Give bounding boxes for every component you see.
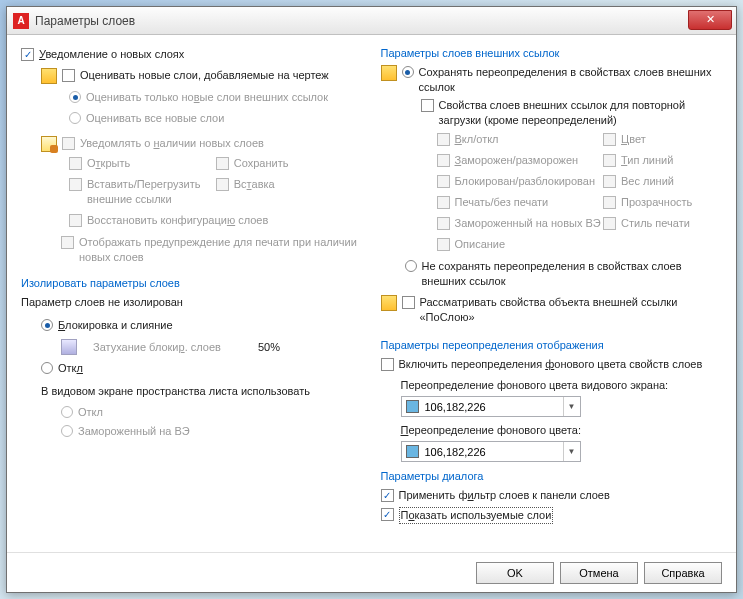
linetype-cb <box>603 154 616 167</box>
eval-xref-label: Оценивать только новые слои внешних ссыл… <box>86 90 328 105</box>
layer-settings-dialog: A Параметры слоев ✕ Уведомление о новых … <box>6 6 737 593</box>
reload-props-checkbox[interactable] <box>421 99 434 112</box>
apply-filter-checkbox[interactable] <box>381 489 394 502</box>
onoff-cb <box>437 133 450 146</box>
frozen-new-label: Замороженный на новых ВЭ <box>455 216 601 231</box>
insert-checkbox <box>216 178 229 191</box>
titlebar: A Параметры слоев ✕ <box>7 7 736 35</box>
color-cb <box>603 133 616 146</box>
save-checkbox <box>216 157 229 170</box>
open-label: Открыть <box>87 156 130 171</box>
save-override-label: Сохранять переопределения в свойствах сл… <box>419 65 723 95</box>
xref-icon <box>381 65 397 81</box>
bylayer-icon <box>381 295 397 311</box>
notify-new-layers-label: Уведомление о новых слоях <box>39 47 184 62</box>
desc-cb <box>437 238 450 251</box>
lineweight-label: Вес линий <box>621 174 674 189</box>
restore-config-checkbox <box>69 214 82 227</box>
frozen-vp-label: Замороженный на ВЭ <box>78 424 190 439</box>
show-used-label: Показать используемые слои <box>399 507 554 524</box>
print-warn-label: Отображать предупреждение для печати при… <box>79 235 363 265</box>
notify-presence-checkbox <box>62 137 75 150</box>
xref-section-title: Параметры слоев внешних ссылок <box>381 47 723 59</box>
eval-all-label: Оценивать все новые слои <box>86 111 224 126</box>
show-used-checkbox[interactable] <box>381 508 394 521</box>
eval-all-radio <box>69 112 81 124</box>
lock-merge-label: Блокировка и слияние <box>58 318 173 333</box>
linetype-label: Тип линий <box>621 153 673 168</box>
dialog-body: Уведомление о новых слоях document.curre… <box>7 35 736 552</box>
color-label: Цвет <box>621 132 646 147</box>
vp-color-swatch <box>406 400 419 413</box>
locked-cb <box>437 175 450 188</box>
paperspace-label: В видовом экране пространства листа испо… <box>41 384 310 399</box>
plot-label: Печать/без печати <box>455 195 549 210</box>
override-disp-title: Параметры переопределения отображения <box>381 339 723 351</box>
ok-button[interactable]: OK <box>476 562 554 584</box>
reload-props-label: Свойства слоев внешних ссылок для повтор… <box>439 98 723 128</box>
notify-presence-label: Уведомлять о наличии новых слоев <box>80 136 264 151</box>
insert-reload-label: Вставить/Перегрузить внешние ссылки <box>87 177 216 207</box>
insert-label: Вставка <box>234 177 275 192</box>
frozen-vp-radio <box>61 425 73 437</box>
not-isolated-label: Параметр слоев не изолирован <box>21 295 183 310</box>
left-column: Уведомление о новых слоях document.curre… <box>21 47 363 548</box>
apply-filter-label: Применить фильтр слоев к панели слоев <box>399 488 610 503</box>
treat-bylayer-label: Рассматривать свойства объекта внешней с… <box>420 295 723 325</box>
vp-color-header: Переопределение фонового цвета видового … <box>401 378 669 393</box>
save-label: Сохранить <box>234 156 289 171</box>
no-save-override-label: Не сохранять переопределения в свойствах… <box>422 259 723 289</box>
plotstyle-cb <box>603 217 616 230</box>
vp-color-combo[interactable]: 106,182,226 ▼ <box>401 396 581 417</box>
right-column: Параметры слоев внешних ссылок Сохранять… <box>381 47 723 548</box>
enable-bg-override-checkbox[interactable] <box>381 358 394 371</box>
chevron-down-icon: ▼ <box>563 442 580 461</box>
print-warn-checkbox <box>61 236 74 249</box>
evaluate-layers-checkbox[interactable] <box>62 69 75 82</box>
restore-config-label: Восстановить конфигурацию слоев <box>87 213 268 228</box>
dialog-footer: OK Отмена Справка <box>7 552 736 592</box>
off-radio[interactable] <box>41 362 53 374</box>
locked-label: Блокирован/разблокирован <box>455 174 596 189</box>
onoff-label: Вкл/откл <box>455 132 499 147</box>
xref-color-combo[interactable]: 106,182,226 ▼ <box>401 441 581 462</box>
fade-pct: 50% <box>258 340 280 355</box>
plotstyle-label: Стиль печати <box>621 216 690 231</box>
off-label: Откл <box>58 361 83 376</box>
xref-color-swatch <box>406 445 419 458</box>
xref-color-header: Переопределение фонового цвета: <box>401 423 581 438</box>
treat-bylayer-checkbox[interactable] <box>402 296 415 309</box>
plot-cb <box>437 196 450 209</box>
frozen-new-cb <box>437 217 450 230</box>
fade-icon <box>61 339 77 355</box>
no-save-override-radio[interactable] <box>405 260 417 272</box>
dialog-title: Параметры слоев <box>35 14 688 28</box>
isolate-section-title: Изолировать параметры слоев <box>21 277 363 289</box>
frozen-cb <box>437 154 450 167</box>
lineweight-cb <box>603 175 616 188</box>
dlg-section-title: Параметры диалога <box>381 470 723 482</box>
chevron-down-icon: ▼ <box>563 397 580 416</box>
cancel-button[interactable]: Отмена <box>560 562 638 584</box>
frozen-label: Заморожен/разморожен <box>455 153 579 168</box>
app-icon: A <box>13 13 29 29</box>
fade-lock-label: Затухание блокир. слоев <box>93 340 223 355</box>
trans-cb <box>603 196 616 209</box>
eval-xref-radio <box>69 91 81 103</box>
close-button[interactable]: ✕ <box>688 10 732 30</box>
help-button[interactable]: Справка <box>644 562 722 584</box>
vp-color-value: 106,182,226 <box>425 401 486 413</box>
desc-label: Описание <box>455 237 506 252</box>
off2-radio <box>61 406 73 418</box>
xref-color-value: 106,182,226 <box>425 446 486 458</box>
enable-bg-override-label: Включить переопределения фонового цвета … <box>399 357 703 372</box>
notify-new-layers-checkbox[interactable] <box>21 48 34 61</box>
evaluate-layers-label: Оценивать новые слои, добавляемые на чер… <box>80 68 329 83</box>
save-override-radio[interactable] <box>402 66 414 78</box>
insert-reload-checkbox <box>69 178 82 191</box>
open-checkbox <box>69 157 82 170</box>
off2-label: Откл <box>78 405 103 420</box>
lock-merge-radio[interactable] <box>41 319 53 331</box>
notify-icon <box>41 136 57 152</box>
trans-label: Прозрачность <box>621 195 692 210</box>
